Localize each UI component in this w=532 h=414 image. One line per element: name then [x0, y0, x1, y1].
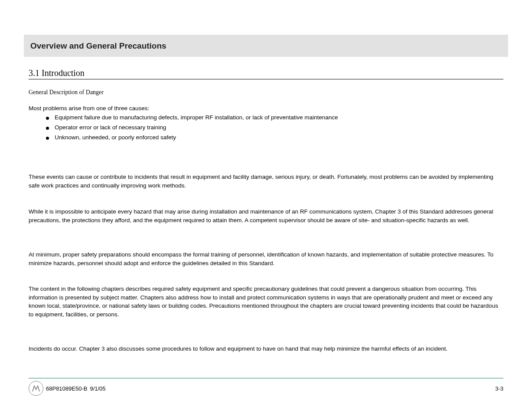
body-paragraph: At minimum, proper safety preparations s…	[29, 250, 503, 267]
footer-rule	[29, 378, 503, 378]
list-item: Equipment failure due to manufacturing d…	[29, 114, 503, 122]
cause-list: Equipment failure due to manufacturing d…	[29, 114, 503, 144]
list-item: Unknown, unheeded, or poorly enforced sa…	[29, 134, 503, 142]
footer-date: 9/1/05	[90, 385, 105, 392]
section-heading: 3.1 Introduction	[29, 68, 85, 78]
intro-text: Most problems arise from one of three ca…	[29, 104, 503, 113]
section-subtitle: General Description of Danger	[29, 89, 104, 96]
footer-left: 68P81089E50-B 9/1/05	[29, 381, 106, 396]
footer: 68P81089E50-B 9/1/05 3-3	[29, 381, 503, 396]
body-paragraph: While it is impossible to anticipate eve…	[29, 207, 503, 224]
header-bar: Overview and General Precautions	[24, 35, 508, 57]
header-title: Overview and General Precautions	[30, 41, 166, 51]
body-paragraph: These events can cause or contribute to …	[29, 173, 503, 190]
list-item: Operator error or lack of necessary trai…	[29, 124, 503, 132]
footer-standard-label: 68P81089E50-B	[46, 385, 87, 392]
body-paragraph: Incidents do occur. Chapter 3 also discu…	[29, 345, 503, 353]
body-paragraph: The content in the following chapters de…	[29, 285, 503, 319]
motorola-logo-icon	[29, 381, 43, 396]
heading-rule	[29, 79, 503, 79]
footer-page-number: 3-3	[495, 385, 503, 392]
